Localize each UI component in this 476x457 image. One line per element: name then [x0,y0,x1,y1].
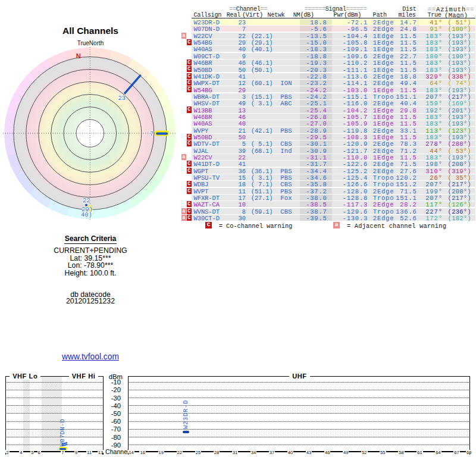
svg-text:23: 23 [118,95,126,102]
svg-text:7: 7 [150,130,154,137]
svg-text:N: N [76,52,81,60]
svg-text:40): 40) [81,211,92,218]
svg-text:22: 22 [83,197,90,204]
